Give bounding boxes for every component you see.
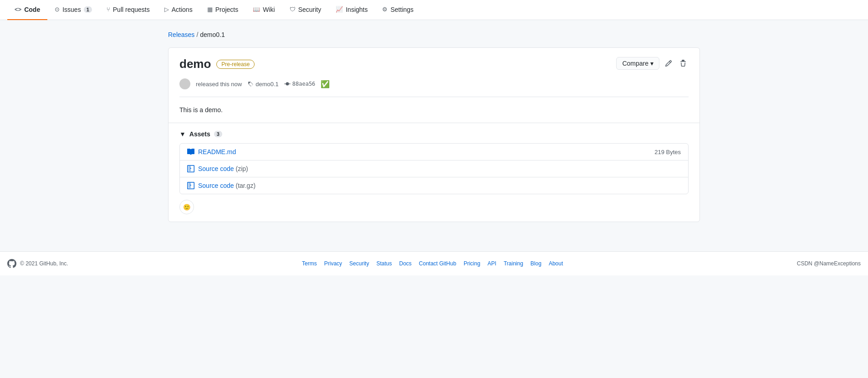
compare-button[interactable]: Compare ▾	[616, 57, 659, 70]
github-logo-icon	[7, 259, 16, 268]
footer-docs[interactable]: Docs	[399, 260, 412, 267]
readme-filename: README.md	[198, 148, 236, 155]
readme-link[interactable]: README.md	[187, 148, 236, 155]
delete-button[interactable]	[678, 58, 689, 69]
release-actions: Compare ▾	[616, 57, 689, 70]
nav-issues-label: Issues	[62, 6, 81, 13]
footer-status[interactable]: Status	[376, 260, 392, 267]
nav-code-label: Code	[24, 6, 40, 13]
security-icon: 🛡	[290, 6, 296, 13]
prerelease-badge: Pre-release	[216, 60, 255, 69]
verified-icon: ✅	[321, 80, 330, 88]
nav-item-projects[interactable]: ▦ Projects	[200, 0, 246, 20]
breadcrumb-releases-link[interactable]: Releases	[168, 31, 194, 38]
assets-label: Assets	[189, 130, 210, 138]
nav-item-insights[interactable]: 📈 Insights	[328, 0, 375, 20]
actions-icon: ▷	[164, 6, 169, 13]
source-tgz-name: Source code (tar.gz)	[198, 182, 255, 189]
tag-label: demo0.1	[247, 81, 279, 88]
emoji-reaction-button[interactable]: 🙂	[179, 200, 194, 214]
footer-training[interactable]: Training	[504, 260, 523, 267]
projects-icon: ▦	[207, 6, 213, 13]
footer-about[interactable]: About	[549, 260, 563, 267]
copyright: © 2021 GitHub, Inc.	[20, 260, 68, 267]
top-nav: <> Code ⊙ Issues 1 ⑂ Pull requests ▷ Act…	[0, 0, 868, 20]
edit-button[interactable]	[663, 58, 674, 69]
insights-icon: 📈	[336, 6, 343, 13]
nav-item-security[interactable]: 🛡 Security	[282, 0, 329, 20]
issues-icon: ⊙	[55, 6, 60, 13]
assets-section: ▼ Assets 3 README.md 219 Bytes	[168, 123, 700, 222]
nav-security-label: Security	[298, 6, 322, 13]
nav-item-settings[interactable]: ⚙ Settings	[375, 0, 421, 20]
release-description: This is a demo.	[179, 106, 689, 114]
commit-hash: 88aea56	[292, 81, 316, 87]
release-card: demo Pre-release Compare ▾	[168, 47, 700, 222]
footer-blog[interactable]: Blog	[531, 260, 541, 267]
nav-projects-label: Projects	[215, 6, 239, 13]
source-tgz-link[interactable]: Source code (tar.gz)	[187, 182, 255, 189]
nav-pull-requests-label: Pull requests	[113, 6, 150, 13]
asset-item-source-zip: Source code (zip)	[180, 161, 688, 177]
zip-icon	[187, 165, 194, 172]
assets-count: 3	[214, 131, 222, 137]
tag-icon	[247, 81, 254, 87]
nav-actions-label: Actions	[172, 6, 193, 13]
footer-pricing[interactable]: Pricing	[464, 260, 480, 267]
nav-item-code[interactable]: <> Code	[7, 0, 47, 20]
footer: © 2021 GitHub, Inc. Terms Privacy Securi…	[0, 251, 868, 275]
footer-privacy[interactable]: Privacy	[324, 260, 342, 267]
footer-watermark: CSDN @NameExceptions	[797, 260, 861, 267]
assets-triangle-icon: ▼	[179, 130, 186, 138]
chevron-down-icon: ▾	[650, 60, 654, 67]
released-text: released this now	[196, 81, 242, 88]
nav-item-pull-requests[interactable]: ⑂ Pull requests	[99, 0, 157, 20]
footer-security[interactable]: Security	[349, 260, 369, 267]
breadcrumb-current: demo0.1	[200, 31, 225, 38]
issues-badge: 1	[84, 6, 92, 13]
nav-item-actions[interactable]: ▷ Actions	[157, 0, 200, 20]
code-icon: <>	[15, 6, 21, 13]
release-body: This is a demo.	[168, 97, 700, 123]
release-meta: released this now demo0.1 88aea56 ✅	[168, 78, 700, 97]
main-content: Releases / demo0.1 demo Pre-release Comp…	[161, 20, 707, 233]
wiki-icon: 📖	[253, 6, 260, 13]
readme-icon	[187, 148, 194, 155]
release-header: demo Pre-release Compare ▾	[168, 48, 700, 78]
commit-icon	[284, 81, 291, 87]
nav-wiki-label: Wiki	[263, 6, 275, 13]
trash-icon	[679, 60, 687, 67]
smiley-icon: 🙂	[183, 204, 191, 211]
footer-terms[interactable]: Terms	[302, 260, 317, 267]
tag-value: demo0.1	[255, 81, 279, 88]
release-title: demo	[179, 57, 211, 71]
tgz-icon	[187, 182, 194, 189]
commit-label: 88aea56	[284, 81, 316, 87]
release-title-section: demo Pre-release	[179, 57, 255, 71]
nav-insights-label: Insights	[346, 6, 368, 13]
nav-settings-label: Settings	[390, 6, 414, 13]
asset-item-readme: README.md 219 Bytes	[180, 144, 688, 161]
source-zip-link[interactable]: Source code (zip)	[187, 165, 248, 172]
footer-contact[interactable]: Contact GitHub	[419, 260, 456, 267]
pencil-icon	[665, 60, 672, 67]
footer-links: Terms Privacy Security Status Docs Conta…	[302, 260, 563, 267]
nav-item-wiki[interactable]: 📖 Wiki	[245, 0, 282, 20]
nav-item-issues[interactable]: ⊙ Issues 1	[47, 0, 99, 20]
source-zip-name: Source code (zip)	[198, 165, 248, 172]
footer-api[interactable]: API	[488, 260, 496, 267]
assets-header[interactable]: ▼ Assets 3	[179, 130, 689, 138]
breadcrumb-separator: /	[196, 31, 198, 38]
assets-list: README.md 219 Bytes Source code (zip)	[179, 143, 689, 194]
settings-icon: ⚙	[382, 6, 388, 13]
avatar	[179, 78, 190, 89]
pull-requests-icon: ⑂	[107, 6, 110, 13]
footer-logo: © 2021 GitHub, Inc.	[7, 259, 68, 268]
compare-label: Compare	[622, 60, 648, 67]
breadcrumb: Releases / demo0.1	[168, 31, 700, 38]
nav-items: <> Code ⊙ Issues 1 ⑂ Pull requests ▷ Act…	[7, 0, 421, 20]
asset-item-source-tgz: Source code (tar.gz)	[180, 177, 688, 194]
readme-size: 219 Bytes	[654, 149, 681, 155]
